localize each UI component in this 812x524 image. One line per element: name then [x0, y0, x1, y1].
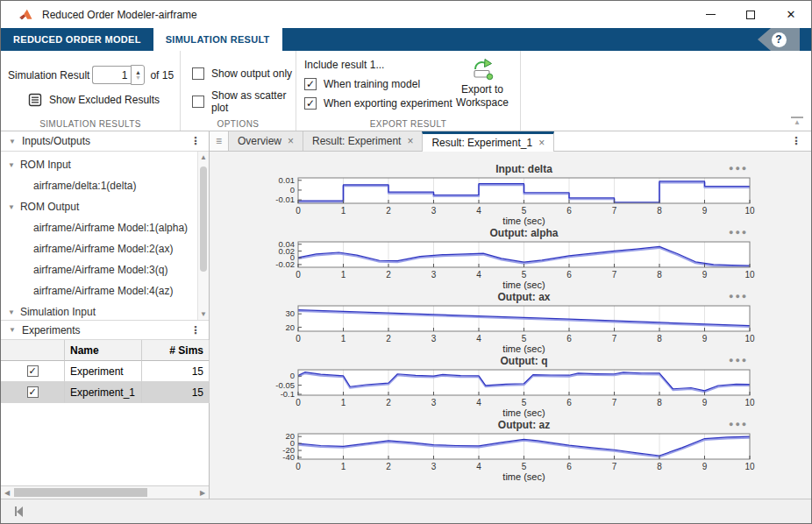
tree-node-delta[interactable]: airframe/delta:1(delta) [1, 175, 209, 196]
tree-expand-icon[interactable]: ▼ [8, 203, 15, 211]
x-tick-label: 10 [744, 398, 755, 407]
y-tick-label: 20 [285, 322, 295, 332]
show-as-scatter-checkbox-row[interactable]: Show as scatter plot [192, 89, 296, 114]
section-simulation-results: Simulation Result 1 ▲ ▼ of 15 Sh [1, 51, 181, 131]
inputs-outputs-menu-icon[interactable]: ⋮ [190, 135, 201, 147]
x-tick-label: 1 [341, 462, 346, 471]
when-training-checkbox[interactable] [304, 78, 317, 90]
export-to-workspace-button[interactable]: Export to Workspace [450, 57, 515, 110]
scroll-up-icon[interactable]: ▲ [200, 152, 207, 163]
tab-reduced-order-model[interactable]: REDUCED ORDER MODEL [1, 28, 153, 51]
tree-node-label: airframe/Airframe Model:3(q) [33, 264, 167, 276]
simulation-result-spinner-value[interactable]: 1 [92, 66, 131, 84]
inputs-outputs-tree: ▼ ROM Input airframe/delta:1(delta) ▼ RO… [1, 152, 209, 320]
minimize-icon [706, 14, 716, 15]
collapse-triangle-icon[interactable]: ▼ [9, 138, 16, 145]
tab-result-experiment[interactable]: Result: Experiment × [303, 131, 422, 151]
show-as-scatter-checkbox[interactable] [192, 96, 204, 108]
document-bar-menu-icon[interactable]: ≡ [210, 131, 228, 151]
help-button[interactable]: ? [758, 28, 800, 51]
collapse-panel-button[interactable] [15, 506, 23, 517]
section-label-simulation-results: SIMULATION RESULTS [1, 119, 180, 129]
x-tick-label: 6 [566, 206, 572, 216]
x-tick-label: 2 [386, 206, 391, 216]
experiment-row[interactable]: Experiment 15 [1, 361, 209, 382]
section-options: Show output only Show as scatter plot OP… [181, 51, 296, 131]
tree-node-label: ROM Output [20, 201, 79, 213]
simulation-result-stepper[interactable]: ▲ ▼ [131, 65, 145, 85]
tab-close-icon[interactable]: × [288, 135, 294, 147]
chart-plot: 0.040.020-0.02012345678910time (sec) [259, 241, 807, 290]
collapse-triangle-icon[interactable]: ▼ [9, 326, 16, 334]
x-tick-label: 3 [431, 334, 437, 343]
experiments-menu-icon[interactable]: ⋮ [190, 324, 201, 336]
chart-plot: 3020012345678910time (sec) [259, 305, 807, 354]
x-tick-label: 7 [612, 270, 617, 280]
show-excluded-results-button[interactable]: Show Excluded Results [28, 93, 180, 107]
tab-close-icon[interactable]: × [407, 135, 413, 147]
chart-plot: 200-20-40012345678910time (sec) [259, 433, 807, 482]
experiment-name: Experiment [65, 361, 142, 382]
scroll-thumb[interactable] [200, 166, 207, 272]
matlab-logo-icon [18, 8, 33, 22]
section-label-options: OPTIONS [181, 119, 296, 129]
collapse-panel-icon [17, 506, 23, 517]
tree-node-label: airframe/Airframe Model:4(az) [33, 285, 173, 297]
inputs-outputs-header[interactable]: ▼ Inputs/Outputs ⋮ [1, 131, 209, 152]
tree-scrollbar[interactable]: ▲ ▼ [197, 152, 209, 320]
tree-node-rom-output[interactable]: ▼ ROM Output [1, 196, 209, 217]
x-tick-label: 0 [296, 334, 301, 343]
tab-overview[interactable]: Overview × [228, 131, 303, 151]
experiment-row[interactable]: Experiment_1 15 [1, 382, 209, 403]
chart-options-icon[interactable]: ●●● [729, 228, 748, 237]
chart-options-icon[interactable]: ●●● [729, 356, 748, 365]
maximize-button[interactable] [730, 1, 771, 28]
chart-options-icon[interactable]: ●●● [729, 292, 748, 301]
collapse-toolstrip-button[interactable]: ▲ [791, 117, 803, 126]
tab-bar-spacer [554, 131, 781, 151]
chart-options-icon[interactable]: ●●● [729, 420, 748, 428]
x-tick-label: 10 [744, 270, 755, 280]
y-tick-label: 0 [290, 371, 295, 380]
experiments-header[interactable]: ▼ Experiments ⋮ [1, 320, 209, 340]
status-bar [1, 499, 811, 523]
y-tick-label: 30 [285, 308, 295, 318]
show-output-only-checkbox[interactable] [192, 67, 204, 80]
chart-output-q: Output: q●●●0-0.05-0.1012345678910time (… [259, 355, 807, 419]
scroll-right-icon[interactable]: ▶ [196, 489, 209, 497]
scroll-thumb[interactable] [14, 488, 147, 497]
tab-close-icon[interactable]: × [538, 137, 545, 149]
tree-node-q[interactable]: airframe/Airframe Model:3(q) [1, 259, 209, 280]
tab-result-experiment-1[interactable]: Result: Experiment_1 × [422, 131, 554, 152]
chart-plot: 0.010-0.01012345678910time (sec) [259, 177, 807, 226]
stepper-down-icon[interactable]: ▼ [135, 75, 141, 81]
show-output-only-checkbox-row[interactable]: Show output only [192, 67, 296, 80]
x-tick-label: 6 [566, 462, 572, 471]
section-label-export-result: EXPORT RESULT [296, 119, 520, 129]
experiment-checkbox[interactable] [27, 386, 39, 398]
x-tick-label: 1 [341, 206, 346, 216]
chart-plot: 0-0.05-0.1012345678910time (sec) [259, 369, 807, 418]
x-tick-label: 1 [341, 398, 346, 407]
experiment-checkbox[interactable] [27, 365, 39, 377]
minimize-button[interactable] [690, 1, 730, 28]
tree-node-rom-input[interactable]: ▼ ROM Input [1, 154, 209, 175]
tree-expand-icon[interactable]: ▼ [8, 308, 15, 316]
x-axis-label: time (sec) [502, 280, 545, 290]
close-button[interactable]: ✕ [771, 1, 811, 28]
tree-node-alpha[interactable]: airframe/Airframe Model:1(alpha) [1, 217, 209, 238]
tree-node-az[interactable]: airframe/Airframe Model:4(az) [1, 280, 209, 301]
tree-node-ax[interactable]: airframe/Airframe Model:2(ax) [1, 238, 209, 259]
chart-options-icon[interactable]: ●●● [729, 164, 748, 173]
scroll-down-icon[interactable]: ▼ [200, 308, 207, 320]
when-exporting-checkbox[interactable] [304, 97, 317, 110]
show-excluded-results-label: Show Excluded Results [49, 94, 160, 106]
tree-node-label: airframe/Airframe Model:2(ax) [33, 243, 173, 255]
scroll-left-icon[interactable]: ◀ [1, 489, 13, 497]
tree-expand-icon[interactable]: ▼ [8, 161, 15, 169]
x-tick-label: 0 [296, 270, 301, 280]
tab-bar-menu-icon[interactable]: ⋮ [781, 131, 811, 151]
tab-simulation-result[interactable]: SIMULATION RESULT [153, 28, 282, 51]
experiments-horizontal-scrollbar[interactable]: ◀ ▶ [1, 485, 209, 499]
tree-node-simulation-input[interactable]: ▼ Simulation Input [1, 301, 209, 320]
